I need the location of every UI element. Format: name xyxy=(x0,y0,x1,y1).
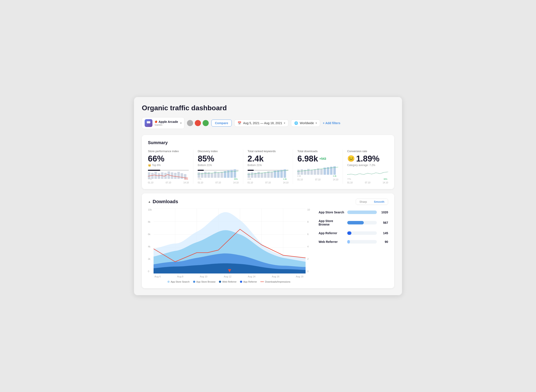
smooth-toggle[interactable]: Smooth xyxy=(371,199,388,205)
svg-rect-28 xyxy=(230,170,233,178)
svg-rect-12 xyxy=(181,173,183,179)
metric-discovery: Discovery index 85% Bottom 21% xyxy=(193,149,243,184)
stat-row-search: App Store Search 1020 xyxy=(319,210,388,214)
color-dot-gray[interactable] xyxy=(187,120,193,126)
stat-label-browse: App Store Browse xyxy=(319,219,345,226)
metric-sub-2: Bottom 21% xyxy=(248,164,288,167)
sidebar-stats: App Store Search 1020 App Store Browse 5… xyxy=(319,208,388,283)
mini-chart-labels-2: 01.10 07.10 14.10 xyxy=(248,182,288,184)
page-title: Organic traffic dashboard xyxy=(142,104,394,112)
svg-rect-36 xyxy=(251,172,253,178)
chart-toggle: Sharp Smooth xyxy=(356,199,388,205)
svg-rect-17 xyxy=(198,170,204,171)
metric-value-3: 6.98k +543 xyxy=(297,154,338,163)
downloads-chart-svg xyxy=(154,208,306,274)
conversion-emoji: 😐 xyxy=(347,156,355,162)
color-dot-green[interactable] xyxy=(203,120,209,126)
toolbar: 🍎 Apple Arcade Games ▾ Compare 📅 Aug 5, … xyxy=(142,117,394,129)
chart-x-labels: Aug 6 Aug 8 Aug 10 Aug 12 Aug 14 Aug 16 … xyxy=(148,275,310,278)
mini-chart-0: 77% 65% xyxy=(148,168,189,181)
date-range-text: Aug 5, 2021 — Aug 18, 2021 xyxy=(243,121,282,125)
legend-dot-app-ref xyxy=(240,281,242,283)
stat-row-app-ref: App Referrer 145 xyxy=(319,231,388,235)
app-selector[interactable]: 🍎 Apple Arcade Games ▾ xyxy=(142,117,184,129)
mini-chart-labels-4: 01.10 07.10 14.10 xyxy=(347,182,388,184)
globe-icon: 🌐 xyxy=(294,121,298,125)
svg-rect-40 xyxy=(264,172,266,178)
svg-rect-11 xyxy=(177,172,180,179)
summary-card: Summary Store performance index 66% 👑 To… xyxy=(142,135,394,189)
legend-dot-browse xyxy=(193,281,195,283)
add-filters-button[interactable]: + Add filters xyxy=(323,121,340,125)
legend-dot-web xyxy=(219,281,221,283)
svg-rect-50 xyxy=(297,170,300,175)
category-avg: Category average: 7.2% xyxy=(347,164,388,167)
chart-legend: App Store Search App Store Browse Web Re… xyxy=(148,280,310,283)
svg-rect-53 xyxy=(307,169,310,175)
downloads-header: ▲ Downloads Sharp Smooth xyxy=(148,199,388,205)
svg-rect-57 xyxy=(320,169,323,175)
svg-rect-5 xyxy=(158,173,160,179)
svg-rect-1 xyxy=(148,170,160,171)
mini-chart-labels-3: 01.10 07.10 14.10 xyxy=(297,178,338,181)
legend-label-app-ref: App Referrer xyxy=(243,280,257,283)
color-dot-red[interactable] xyxy=(195,120,201,126)
stat-row-web-ref: Web Referrer 90 xyxy=(319,240,388,243)
stat-row-browse: App Store Browse 567 xyxy=(319,219,388,226)
stat-label-web-ref: Web Referrer xyxy=(319,240,345,243)
metric-value-1: 85% xyxy=(198,154,239,163)
legend-item-web: Web Referrer xyxy=(219,280,236,283)
stat-bar-browse xyxy=(347,221,364,224)
crown-icon: 👑 xyxy=(148,164,151,167)
metric-label-3: Total downloads xyxy=(297,149,338,153)
chart-area: 0 2k 4k 6k 8k 10k xyxy=(148,208,310,283)
color-dots xyxy=(187,120,209,126)
metric-sub-1: Bottom 21% xyxy=(198,164,239,167)
svg-rect-10 xyxy=(174,173,177,179)
downloads-title: ▲ Downloads xyxy=(148,199,178,205)
metric-keywords: Total ranked keywords 2.4k Bottom 21% xyxy=(243,149,293,184)
svg-rect-54 xyxy=(310,170,313,175)
stat-value-app-ref: 145 xyxy=(379,231,388,235)
metric-label-4: Conversion rate xyxy=(347,149,388,153)
metrics-row: Store performance index 66% 👑 Top 6% xyxy=(148,149,388,184)
svg-text:80%: 80% xyxy=(384,178,387,180)
app-name: 🍎 Apple Arcade xyxy=(155,120,178,123)
svg-rect-42 xyxy=(270,172,273,178)
metric-value-2: 2.4k xyxy=(248,154,288,163)
metric-value-4: 😐 1.89% xyxy=(347,154,388,163)
stat-label-search: App Store Search xyxy=(319,210,345,214)
svg-rect-25 xyxy=(221,172,223,178)
collapse-icon[interactable]: ▲ xyxy=(148,200,151,203)
legend-line-impressions xyxy=(260,281,264,282)
legend-label-search: App Store Search xyxy=(171,280,190,283)
mini-chart-labels-1: 01.10 07.10 14.10 xyxy=(198,182,239,184)
date-selector[interactable]: 📅 Aug 5, 2021 — Aug 18, 2021 ▾ xyxy=(234,119,288,127)
mini-chart-labels-0: 01.10 07.10 14.10 xyxy=(148,182,189,184)
sharp-toggle[interactable]: Sharp xyxy=(356,199,371,205)
svg-text:77%: 77% xyxy=(198,178,201,180)
svg-rect-20 xyxy=(204,172,207,178)
svg-rect-39 xyxy=(261,173,263,178)
svg-rect-18 xyxy=(198,172,200,178)
svg-rect-51 xyxy=(301,169,303,175)
svg-text:2.4k: 2.4k xyxy=(333,175,337,177)
svg-rect-21 xyxy=(208,172,210,178)
svg-text:77%: 77% xyxy=(148,178,152,180)
mini-chart-1: 77% 85% xyxy=(198,168,239,181)
metric-label-1: Discovery index xyxy=(198,149,239,153)
legend-item-browse: App Store Browse xyxy=(193,280,216,283)
app-info: 🍎 Apple Arcade Games xyxy=(155,120,178,126)
compare-button[interactable]: Compare xyxy=(211,120,232,126)
svg-rect-55 xyxy=(314,169,316,175)
notification-dot: 🍎 xyxy=(155,121,157,123)
legend-item-app-ref: App Referrer xyxy=(240,280,257,283)
svg-rect-22 xyxy=(211,173,213,178)
metric-conversion: Conversion rate 😐 1.89% Category average… xyxy=(343,149,388,184)
summary-title: Summary xyxy=(148,140,388,145)
stat-label-app-ref: App Referrer xyxy=(319,231,345,235)
downloads-card: ▲ Downloads Sharp Smooth 0 2k 4k 6k 8k xyxy=(142,193,394,288)
svg-rect-29 xyxy=(234,169,236,178)
date-dropdown-arrow: ▾ xyxy=(284,121,285,125)
region-selector[interactable]: 🌐 Worldwide ▾ xyxy=(291,119,320,127)
